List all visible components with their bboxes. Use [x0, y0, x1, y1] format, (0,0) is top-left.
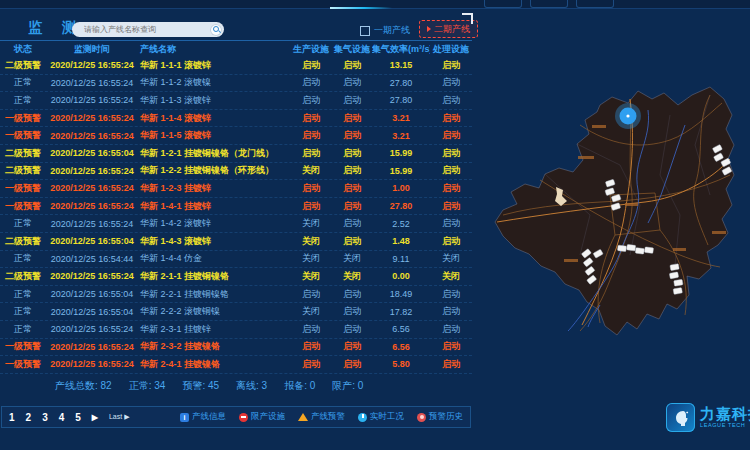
legend-label: 产线预警	[311, 411, 345, 423]
monitor-table: 状态监测时间产线名称生产设施集气设施集气效率(m³/s)处理设施 二级预警202…	[0, 42, 472, 374]
column-header: 产线名称	[138, 43, 290, 56]
cell-status: 一级预警	[0, 358, 46, 371]
cell-status: 正常	[0, 252, 46, 265]
cell-treatment-facility: 启动	[430, 129, 472, 142]
page-button[interactable]: 1	[9, 412, 15, 423]
last-page-button[interactable]: Last ▶	[109, 413, 130, 421]
cell-gas-facility: 启动	[332, 340, 372, 353]
column-header: 状态	[0, 43, 46, 56]
map-landmass	[495, 87, 734, 335]
logo-icon	[666, 403, 695, 432]
table-row[interactable]: 二级预警2020/12/25 16:55:24华新 1-1-1 滚镀锌启动启动1…	[0, 57, 472, 75]
table-row[interactable]: 一级预警2020/12/25 16:55:24华新 1-4-1 挂镀锌启动启动2…	[0, 198, 472, 216]
cell-name: 华新 2-3-2 挂镀镍铬	[138, 340, 290, 353]
cell-production-facility: 关闭	[290, 270, 332, 283]
cell-treatment-facility: 关闭	[430, 270, 472, 283]
cell-gas-facility: 启动	[332, 76, 372, 89]
cell-production-facility: 启动	[290, 112, 332, 125]
table-row[interactable]: 正常2020/12/25 16:55:24华新 1-1-3 滚镀锌启动启动27.…	[0, 92, 472, 110]
table-row[interactable]: 一级预警2020/12/25 16:55:24华新 2-4-1 挂镀镍铬启动启动…	[0, 356, 472, 374]
table-row[interactable]: 正常2020/12/25 16:54:44华新 1-4-4 仿金关闭关闭9.11…	[0, 251, 472, 269]
search-box[interactable]	[72, 22, 224, 37]
next-page-button[interactable]: ▶	[92, 413, 98, 422]
cell-gas-facility: 启动	[332, 59, 372, 72]
search-icon[interactable]	[210, 24, 222, 36]
cell-production-facility: 启动	[290, 182, 332, 195]
cell-gas-rate: 15.99	[372, 166, 430, 176]
cell-status: 二级预警	[0, 235, 46, 248]
table-row[interactable]: 二级预警2020/12/25 16:55:04华新 1-2-1 挂镀铜镍铬（龙门…	[0, 145, 472, 163]
cell-treatment-facility: 启动	[430, 217, 472, 230]
table-row[interactable]: 一级预警2020/12/25 16:55:24华新 1-1-4 滚镀锌启动启动3…	[0, 110, 472, 128]
cell-name: 华新 1-1-5 滚镀锌	[138, 129, 290, 142]
column-header: 监测时间	[46, 43, 138, 56]
table-row[interactable]: 正常2020/12/25 16:55:24华新 1-4-2 滚镀锌关闭启动2.5…	[0, 215, 472, 233]
column-header: 集气设施	[332, 43, 372, 56]
checkbox-icon[interactable]	[360, 26, 370, 36]
table-header: 状态监测时间产线名称生产设施集气设施集气效率(m³/s)处理设施	[0, 42, 472, 57]
cell-status: 一级预警	[0, 112, 46, 125]
table-row[interactable]: 一级预警2020/12/25 16:55:24华新 2-3-2 挂镀镍铬启动启动…	[0, 339, 472, 357]
cell-gas-rate: 1.48	[372, 236, 430, 246]
table-row[interactable]: 二级预警2020/12/25 16:55:24华新 1-2-2 挂镀铜镍铬（环形…	[0, 163, 472, 181]
table-row[interactable]: 正常2020/12/25 16:55:24华新 1-1-2 滚镀镍启动启动27.…	[0, 75, 472, 93]
cell-time: 2020/12/25 16:55:04	[46, 236, 138, 246]
phase1-checkbox[interactable]: 一期产线	[360, 24, 410, 37]
legend-item-warning[interactable]: 产线预警	[298, 411, 345, 423]
warning-icon	[298, 413, 308, 421]
table-row[interactable]: 一级预警2020/12/25 16:55:24华新 1-2-3 挂镀锌启动启动1…	[0, 180, 472, 198]
cell-time: 2020/12/25 16:55:24	[46, 324, 138, 334]
cell-production-facility: 关闭	[290, 217, 332, 230]
cell-name: 华新 2-3-1 挂镀锌	[138, 323, 290, 336]
cell-treatment-facility: 关闭	[430, 252, 472, 265]
legend-label: 实时工况	[370, 411, 404, 423]
table-row[interactable]: 正常2020/12/25 16:55:24华新 2-3-1 挂镀锌启动启动6.5…	[0, 321, 472, 339]
summary-row: 产线总数: 82正常: 34预警: 45离线: 3报备: 0限产: 0	[0, 379, 472, 393]
table-row[interactable]: 正常2020/12/25 16:55:04华新 2-2-1 挂镀铜镍铬启动启动1…	[0, 286, 472, 304]
map-alert-marker[interactable]	[615, 103, 641, 129]
cell-name: 华新 1-1-1 滚镀锌	[138, 59, 290, 72]
table-row[interactable]: 二级预警2020/12/25 16:55:04华新 1-4-3 滚镀锌关闭启动1…	[0, 233, 472, 251]
cell-gas-rate: 6.56	[372, 342, 430, 352]
cell-status: 二级预警	[0, 59, 46, 72]
cell-production-facility: 启动	[290, 200, 332, 213]
table-row[interactable]: 正常2020/12/25 16:55:04华新 2-2-2 滚镀铜镍关闭启动17…	[0, 303, 472, 321]
cell-time: 2020/12/25 16:55:24	[46, 183, 138, 193]
cell-name: 华新 1-1-4 滚镀锌	[138, 112, 290, 125]
page-button[interactable]: 5	[75, 412, 81, 423]
legend-item-history[interactable]: 预警历史	[417, 411, 463, 423]
cell-status: 二级预警	[0, 164, 46, 177]
logo-subtitle: LEAGUE TECH	[700, 423, 750, 429]
cell-status: 一级预警	[0, 129, 46, 142]
cell-gas-rate: 9.11	[372, 254, 430, 264]
cell-status: 正常	[0, 305, 46, 318]
cell-treatment-facility: 启动	[430, 340, 472, 353]
summary-item: 预警: 45	[182, 379, 219, 393]
cell-gas-facility: 启动	[332, 112, 372, 125]
page-button[interactable]: 2	[26, 412, 32, 423]
page-button[interactable]: 3	[42, 412, 48, 423]
history-icon	[417, 413, 426, 422]
legend-item-realtime[interactable]: 实时工况	[358, 411, 404, 423]
legend-item-limit[interactable]: 限产设施	[239, 411, 285, 423]
cell-name: 华新 2-2-2 滚镀铜镍	[138, 305, 290, 318]
cell-gas-facility: 启动	[332, 164, 372, 177]
district-map	[480, 55, 750, 405]
page-button[interactable]: 4	[59, 412, 65, 423]
cell-gas-facility: 关闭	[332, 270, 372, 283]
cell-gas-rate: 3.21	[372, 131, 430, 141]
realtime-icon	[358, 413, 367, 422]
cell-gas-rate: 2.52	[372, 219, 430, 229]
column-header: 集气效率(m³/s)	[372, 43, 430, 56]
table-row[interactable]: 二级预警2020/12/25 16:55:24华新 2-1-1 挂镀铜镍铬关闭关…	[0, 268, 472, 286]
table-row[interactable]: 一级预警2020/12/25 16:55:24华新 1-1-5 滚镀锌启动启动3…	[0, 127, 472, 145]
cell-time: 2020/12/25 16:55:24	[46, 359, 138, 369]
legend-item-info[interactable]: i产线信息	[180, 411, 226, 423]
cell-production-facility: 启动	[290, 94, 332, 107]
search-input[interactable]	[82, 24, 210, 35]
cell-name: 华新 1-1-3 滚镀锌	[138, 94, 290, 107]
cell-status: 二级预警	[0, 270, 46, 283]
cell-production-facility: 启动	[290, 59, 332, 72]
info-icon: i	[180, 413, 189, 422]
cell-gas-facility: 启动	[332, 147, 372, 160]
